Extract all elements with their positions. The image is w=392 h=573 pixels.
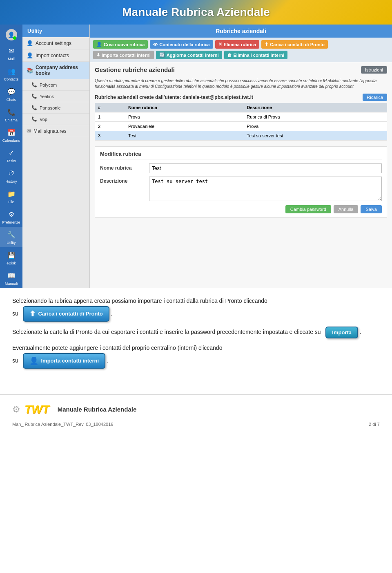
sidebar-icon-edisk[interactable]: 💾 eDisk — [0, 247, 22, 268]
sidebar-icon-manuali[interactable]: 📖 Manuali — [0, 268, 22, 288]
content-panel: Istruzioni Gestione rubriche aziendali Q… — [90, 62, 392, 222]
twt-logo: TWT — [24, 403, 49, 416]
doc-p3-su: su — [12, 357, 18, 363]
sidebar-icon-label: eDisk — [7, 261, 16, 265]
nome-label: Nome rubrica — [100, 163, 149, 171]
carica-pronto-inline-button[interactable]: ⬆ Carica i contatti di Pronto — [23, 306, 109, 322]
elimina-contatti-interni-button[interactable]: 🗑 Elimina i contatti interni — [224, 51, 288, 59]
addressbook-icon: 📚 — [27, 67, 33, 74]
desc-label: Descrizione — [100, 177, 149, 184]
doc-p3-text: Eventualmente potete aggiungere i contat… — [12, 345, 222, 351]
footer-manual-title: Manuale Rubrica Aziendale — [58, 406, 137, 413]
salva-button[interactable]: Salva — [361, 205, 382, 213]
carica-contatti-pronto-button[interactable]: ⬆ Carica i contatti di Pronto — [261, 40, 328, 49]
nome-input[interactable] — [149, 163, 382, 173]
cell-num: 2 — [95, 122, 125, 131]
doc-p2-end: . — [360, 329, 361, 335]
modifica-section: Modifica rubrica Nome rubrica Descrizion… — [95, 146, 387, 218]
cell-nome: Prova — [125, 112, 243, 122]
table-row[interactable]: 2 Provadaniele Prova — [95, 122, 387, 131]
carica-pronto-label: Carica i contatti di Pronto — [38, 311, 102, 317]
footer-doc-ref: Man_ Rubrica Aziendale_TWT_Rev. 03_18042… — [12, 422, 113, 427]
sidebar-icon-label: Preferenze — [2, 220, 20, 224]
form-actions: Cambia password Annulla Salva — [100, 205, 382, 213]
doc-paragraph-3: Eventualmente potete aggiungere i contat… — [12, 343, 380, 369]
contenuto-rubrica-button[interactable]: 👁 Contenuto della rubrica — [150, 40, 213, 49]
istruzioni-button[interactable]: Istruzioni — [361, 66, 387, 74]
importa-interni-inline-button[interactable]: 👤 Importa contatti interni — [23, 353, 105, 369]
annulla-button[interactable]: Annulla — [334, 205, 359, 213]
delete-icon: ✕ — [218, 42, 222, 47]
crea-nuova-rubrica-button[interactable]: 👤 Crea nuova rubrica — [93, 40, 148, 49]
table-header-bar: Rubriche aziendali create dall'utente: d… — [95, 94, 387, 101]
menu-item-import-contacts[interactable]: 👤 Import contacts — [22, 49, 89, 62]
preferences-icon: ⚙ — [6, 209, 17, 219]
doc-p2-text: Selezionate la cartella di Pronto da cui… — [12, 329, 321, 335]
phone-icon: 📞 — [6, 107, 17, 117]
doc-p3-end: . — [107, 357, 109, 363]
sidebar-icon-label: History — [5, 179, 17, 184]
col-desc: Descrizione — [243, 103, 387, 112]
menu-item-label: Import contacts — [36, 53, 69, 58]
cell-nome: Provadaniele — [125, 122, 243, 131]
desc-textarea[interactable]: Test su server test — [149, 177, 382, 201]
form-row-nome: Nome rubrica — [100, 163, 382, 173]
sidebar-icon-calendario[interactable]: 📅 Calendario — [0, 125, 22, 145]
table-row-selected[interactable]: 3 Test Test su server test — [95, 131, 387, 141]
cambia-password-button[interactable]: Cambia password — [285, 205, 331, 213]
sidebar-icon-label: Chats — [7, 98, 16, 102]
import-icon: ⬇ — [96, 52, 100, 58]
menu-item-polycom[interactable]: 📞 Polycom — [22, 79, 89, 91]
footer-page-num: 2 di 7 — [369, 422, 380, 427]
menu-item-label: Account settings — [36, 40, 71, 46]
menu-item-account-settings[interactable]: 👤 Account settings — [22, 37, 89, 49]
ricarica-button[interactable]: Ricarica — [363, 94, 387, 101]
sidebar-icon-file[interactable]: 📁 File — [0, 186, 22, 206]
refresh-icon: 🔄 — [159, 52, 165, 58]
doc-p1-end: . — [111, 310, 113, 317]
importa-contatti-interni-button[interactable]: ⬇ Importa contatti interni — [93, 51, 154, 59]
col-nome: Nome rubrica — [125, 103, 243, 112]
importa-interni-label: Importa contatti interni — [41, 358, 99, 364]
menu-item-vop[interactable]: 📞 Vop — [22, 114, 89, 125]
table-row[interactable]: 1 Prova Rubrica di Prova — [95, 112, 387, 122]
main-content: Rubriche aziendali 👤 Crea nuova rubrica … — [90, 25, 392, 288]
chats-icon: 💬 — [6, 86, 17, 97]
cell-desc: Rubrica di Prova — [243, 112, 387, 122]
sidebar-icon-avatar[interactable]: 👤 — [0, 27, 22, 43]
sidebar-icon-history[interactable]: ⏱ History — [0, 166, 22, 186]
mail-sig-icon: ✉ — [27, 128, 31, 134]
sidebar-icon-chats[interactable]: 💬 Chats — [0, 84, 22, 104]
phone-panasonic-icon: 📞 — [31, 105, 37, 110]
menu-item-label: Mail signatures — [33, 128, 67, 134]
eye-icon: 👁 — [153, 42, 158, 47]
sidebar-icon-label: Tasks — [7, 159, 16, 163]
mail-icon: ✉ — [6, 45, 17, 56]
history-icon: ⏱ — [6, 168, 17, 179]
rubrica-table: # Nome rubrica Descrizione 1 Prova Rubri… — [95, 103, 387, 141]
sidebar-icon-tasks[interactable]: ✓ Tasks — [0, 145, 22, 166]
main-titlebar: Rubriche aziendali — [90, 25, 392, 38]
doc-p1-text: Selezionando la rubrica appena creata po… — [12, 298, 267, 304]
account-icon: 👤 — [27, 40, 33, 46]
sidebar-icon-contacts[interactable]: 👥 Contacts — [0, 63, 22, 84]
menu-item-yealink[interactable]: 📞 Yealink — [22, 91, 89, 102]
import-icon: 👤 — [27, 52, 33, 58]
sidebar-icon-mail[interactable]: ✉ Mail — [0, 43, 22, 63]
sidebar-icon-label: Utility — [7, 241, 16, 245]
sidebar-icon-chiama[interactable]: 📞 Chiama — [0, 104, 22, 125]
cell-desc: Prova — [243, 122, 387, 131]
importa-inline-button[interactable]: Importa — [325, 327, 358, 338]
col-num: # — [95, 103, 125, 112]
sidebar-icon-utility[interactable]: 🔧 Utility — [0, 227, 22, 247]
menu-item-company-address-books[interactable]: 📚 Company address books — [22, 62, 89, 79]
utility-sidebar: Utility 👤 Account settings 👤 Import cont… — [22, 25, 90, 288]
contacts-icon: 👥 — [6, 66, 17, 76]
aggiorna-contatti-interni-button[interactable]: 🔄 Aggiorna contatti interni — [156, 51, 222, 59]
cell-nome: Test — [125, 131, 243, 141]
sidebar-icon-preferenze[interactable]: ⚙ Preferenze — [0, 206, 22, 227]
menu-item-mail-signatures[interactable]: ✉ Mail signatures — [22, 125, 89, 137]
menu-item-panasonic[interactable]: 📞 Panasonic — [22, 102, 89, 114]
elimina-rubrica-button[interactable]: ✕ Elimina rubrica — [215, 40, 259, 49]
section-title: Gestione rubriche aziendali — [95, 66, 387, 73]
